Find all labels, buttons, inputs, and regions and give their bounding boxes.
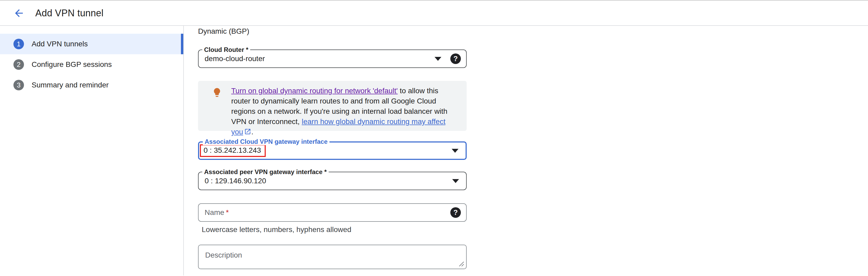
stepper-item-add-vpn-tunnels[interactable]: 1 Add VPN tunnels (0, 34, 183, 54)
name-input[interactable]: Name* ? (198, 203, 467, 222)
lightbulb-icon (212, 87, 222, 98)
required-asterisk: * (226, 208, 229, 216)
add-vpn-tunnel-page: Add VPN tunnel 1 Add VPN tunnels 2 Confi… (0, 0, 868, 276)
help-icon[interactable]: ? (450, 207, 461, 218)
description-field-container (198, 245, 467, 269)
page-header: Add VPN tunnel (0, 1, 868, 26)
external-link-icon[interactable] (244, 128, 251, 135)
routing-type-label: Dynamic (BGP) (198, 27, 868, 35)
chevron-down-icon[interactable] (435, 57, 441, 61)
info-text-period: . (251, 128, 253, 136)
peer-vpn-gateway-interface-select[interactable]: Associated peer VPN gateway interface * … (198, 172, 467, 190)
cloud-router-label: Cloud Router * (202, 47, 250, 53)
step-number-badge: 2 (13, 59, 24, 70)
step-label: Summary and reminder (32, 81, 109, 89)
stepper-item-summary-and-reminder[interactable]: 3 Summary and reminder (0, 75, 183, 95)
help-icon[interactable]: ? (450, 54, 461, 64)
cloud-router-value: demo-cloud-router (205, 55, 265, 63)
name-helper-text: Lowercase letters, numbers, hyphens allo… (202, 225, 868, 234)
annotation-highlight-box: 0 : 35.242.13.243 (200, 144, 266, 157)
step-label: Configure BGP sessions (32, 60, 112, 69)
active-step-indicator-bar (181, 34, 183, 54)
info-banner: Turn on global dynamic routing for netwo… (198, 81, 467, 131)
chevron-down-icon[interactable] (452, 179, 459, 183)
stepper-sidebar: 1 Add VPN tunnels 2 Configure BGP sessio… (0, 26, 184, 275)
name-input-label: Name* (205, 208, 229, 217)
cloud-vpn-gateway-interface-label: Associated Cloud VPN gateway interface (203, 138, 330, 145)
step-number-badge: 1 (13, 39, 24, 49)
peer-vpn-gateway-interface-label: Associated peer VPN gateway interface * (202, 168, 329, 175)
info-banner-text: Turn on global dynamic routing for netwo… (231, 86, 456, 126)
back-arrow-button[interactable] (11, 6, 26, 21)
step-number-badge: 3 (13, 80, 24, 90)
back-arrow-icon (13, 7, 25, 19)
description-textarea[interactable] (198, 245, 466, 269)
stepper-item-configure-bgp-sessions[interactable]: 2 Configure BGP sessions (0, 54, 183, 75)
cloud-router-select[interactable]: Cloud Router * demo-cloud-router ? (198, 50, 467, 68)
peer-vpn-gateway-interface-value: 0 : 129.146.90.120 (205, 177, 266, 185)
cloud-vpn-gateway-interface-value: 0 : 35.242.13.243 (204, 146, 261, 155)
turn-on-global-routing-link[interactable]: Turn on global dynamic routing for netwo… (231, 87, 398, 95)
cloud-vpn-gateway-interface-select[interactable]: Associated Cloud VPN gateway interface 0… (198, 142, 467, 160)
resize-handle[interactable] (458, 261, 465, 267)
chevron-down-icon[interactable] (452, 149, 459, 153)
form-content: Dynamic (BGP) Cloud Router * demo-cloud-… (184, 26, 868, 275)
step-label: Add VPN tunnels (32, 40, 88, 48)
page-title: Add VPN tunnel (35, 8, 103, 19)
